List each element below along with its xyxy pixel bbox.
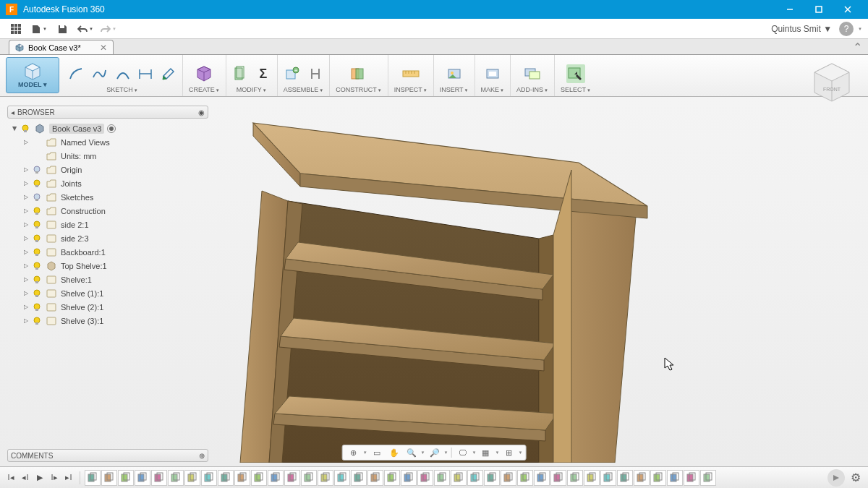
timeline-feature[interactable] xyxy=(617,470,633,486)
visibility-bulb-icon[interactable] xyxy=(32,288,42,299)
parameters-icon[interactable]: Σ xyxy=(254,64,273,83)
help-button[interactable]: ? xyxy=(839,22,854,36)
undo-button[interactable]: ▼ xyxy=(75,20,95,38)
data-panel-button[interactable] xyxy=(6,20,26,38)
tree-item[interactable]: Units: mm xyxy=(7,149,208,163)
create-label[interactable]: CREATE▼ xyxy=(187,86,221,95)
insert-decal-icon[interactable] xyxy=(445,64,464,83)
expand-arrow-icon[interactable]: ▷ xyxy=(22,180,30,187)
timeline-feature[interactable] xyxy=(301,470,317,486)
select-label[interactable]: SELECT▼ xyxy=(559,86,592,95)
new-component-icon[interactable]: + xyxy=(283,64,302,83)
expand-arrow-icon[interactable]: ▶ xyxy=(12,124,18,133)
visibility-bulb-icon[interactable] xyxy=(32,220,42,230)
timeline-feature[interactable] xyxy=(384,470,400,486)
timeline-feature[interactable] xyxy=(268,470,284,486)
tree-item[interactable]: ▷Top Shelve:1 xyxy=(7,259,208,273)
dimension-tool-icon[interactable] xyxy=(136,64,155,83)
timeline-feature[interactable] xyxy=(101,470,117,486)
browser-collapse-icon[interactable]: ◂ xyxy=(11,108,14,116)
bookshelf-model[interactable] xyxy=(231,101,651,463)
timeline-feature[interactable] xyxy=(600,470,616,486)
sketch-label[interactable]: SKETCH▼ xyxy=(105,86,139,95)
timeline-feature[interactable] xyxy=(550,470,566,486)
addins-label[interactable]: ADD-INS▼ xyxy=(515,86,550,95)
visibility-bulb-icon[interactable] xyxy=(32,316,42,326)
timeline-feature[interactable] xyxy=(667,470,683,486)
viewport-layout-icon[interactable]: ⊞ xyxy=(501,446,516,459)
timeline-feature[interactable] xyxy=(467,470,483,486)
visibility-bulb-icon[interactable] xyxy=(32,234,42,244)
timeline-end-icon[interactable]: ▸I xyxy=(62,471,75,485)
timeline-feature[interactable] xyxy=(284,470,300,486)
expand-arrow-icon[interactable]: ▷ xyxy=(22,139,30,145)
timeline-feature[interactable] xyxy=(318,470,333,486)
expand-arrow-icon[interactable]: ▷ xyxy=(22,262,30,269)
assemble-label[interactable]: ASSEMBLE▼ xyxy=(282,86,325,95)
timeline-feature[interactable] xyxy=(234,470,250,486)
modify-label[interactable]: MODIFY▼ xyxy=(235,86,268,95)
timeline-prev-icon[interactable]: ◂I xyxy=(19,471,32,485)
expand-arrow-icon[interactable]: ▷ xyxy=(22,304,30,310)
timeline-feature[interactable] xyxy=(517,470,533,486)
comments-panel[interactable]: COMMENTS ⊕ xyxy=(7,449,208,462)
timeline-feature[interactable] xyxy=(184,470,200,486)
file-menu-button[interactable]: ▼ xyxy=(29,20,49,38)
timeline-feature[interactable] xyxy=(567,470,583,486)
save-button[interactable] xyxy=(52,20,72,38)
visibility-bulb-icon[interactable] xyxy=(32,192,42,202)
tree-item[interactable]: ▷Backboard:1 xyxy=(7,245,208,259)
arc-tool-icon[interactable] xyxy=(113,64,132,83)
timeline-feature[interactable] xyxy=(201,470,217,486)
expand-tabs-icon[interactable]: ⌃ xyxy=(853,40,862,54)
timeline-start-icon[interactable]: I◂ xyxy=(4,471,17,485)
timeline-feature[interactable] xyxy=(650,470,666,486)
add-comment-icon[interactable]: ⊕ xyxy=(199,452,205,460)
visibility-bulb-icon[interactable] xyxy=(32,179,42,189)
timeline-feature[interactable] xyxy=(484,470,500,486)
measure-icon[interactable] xyxy=(401,64,420,83)
expand-arrow-icon[interactable]: ▷ xyxy=(22,249,30,255)
grid-settings-icon[interactable]: ▦ xyxy=(477,446,493,459)
minimize-button[interactable] xyxy=(775,0,804,19)
tree-item[interactable]: ▷Shelve (2):1 xyxy=(7,300,208,314)
tree-item[interactable]: ▷Shelve (3):1 xyxy=(7,314,208,328)
timeline-feature[interactable] xyxy=(401,470,417,486)
create-box-icon[interactable] xyxy=(195,64,213,83)
display-settings-icon[interactable]: 🖵 xyxy=(455,446,471,459)
3d-print-icon[interactable] xyxy=(483,64,502,83)
timeline-feature[interactable] xyxy=(351,470,367,486)
tree-item[interactable]: ▷side 2:3 xyxy=(7,231,208,245)
expand-arrow-icon[interactable]: ▷ xyxy=(22,276,30,283)
spline-tool-icon[interactable] xyxy=(90,64,109,83)
expand-arrow-icon[interactable]: ▷ xyxy=(22,290,30,296)
tree-item[interactable]: ▷Shelve (1):1 xyxy=(7,286,208,300)
expand-arrow-icon[interactable]: ▷ xyxy=(22,317,30,324)
line-tool-icon[interactable] xyxy=(67,64,85,83)
visibility-bulb-icon[interactable] xyxy=(32,261,42,271)
timeline-feature[interactable] xyxy=(135,470,150,486)
tree-item[interactable]: ▷Shelve:1 xyxy=(7,273,208,286)
visibility-bulb-icon[interactable] xyxy=(32,165,42,175)
timeline-feature[interactable] xyxy=(367,470,383,486)
make-label[interactable]: MAKE▼ xyxy=(480,86,506,95)
timeline-settings-icon[interactable]: ⚙ xyxy=(851,471,861,484)
expand-arrow-icon[interactable]: ▷ xyxy=(22,194,30,200)
timeline-feature[interactable] xyxy=(501,470,516,486)
timeline-feature[interactable] xyxy=(700,470,716,486)
visibility-bulb-icon[interactable] xyxy=(20,124,30,134)
look-at-icon[interactable]: ▭ xyxy=(369,446,385,459)
timeline-feature[interactable] xyxy=(251,470,267,486)
viewcube[interactable]: FRONT xyxy=(809,59,855,106)
tree-item[interactable]: ▷Joints xyxy=(7,176,208,190)
create-sketch-icon[interactable] xyxy=(159,64,178,83)
timeline-play-icon[interactable]: ▶ xyxy=(33,471,46,485)
timeline-feature[interactable] xyxy=(534,470,550,486)
visibility-bulb-icon[interactable] xyxy=(32,247,42,257)
expand-arrow-icon[interactable]: ▷ xyxy=(22,207,30,214)
press-pull-icon[interactable] xyxy=(231,64,250,83)
tree-item[interactable]: ▷Construction xyxy=(7,204,208,218)
help-dropdown[interactable]: ▼ xyxy=(858,27,862,31)
browser-settings-icon[interactable]: ◉ xyxy=(198,108,205,116)
timeline-feature[interactable] xyxy=(451,470,467,486)
